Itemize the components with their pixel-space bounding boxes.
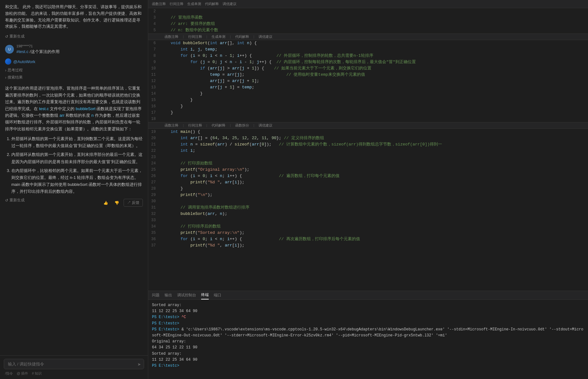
right-panel: 函数注释 行间注释 生成单测 代码解释 调优建议 2 3 // 冒泡排序函数 4… (148, 0, 588, 379)
thumbdown-icon: 👎 (114, 201, 119, 205)
code-line-37: 37 printf("%d ", arr[i]); (148, 242, 588, 249)
inline-tb2-opt[interactable]: 调优建议 (259, 123, 272, 128)
list-item-2: 内层循环从数组的第一个元素开始，直到末排序部分的最后一个元素。这是因为内层循环的… (11, 151, 143, 165)
user-text: #test.c /这个算法的作用 (16, 49, 143, 55)
inline-tb2-explain[interactable]: 代码解释 (212, 123, 225, 128)
inline-tb2-sep1: | (182, 124, 184, 127)
param-n: n (91, 113, 94, 118)
input-hints: /指令 @ 插件 # 知识 (4, 371, 144, 376)
inline-tb2-sep3: | (229, 124, 231, 127)
code-line-11: 11 temp = arr[j]; // 使用临时变量temp来交换两个元素的值 (148, 72, 588, 78)
tab-ports[interactable]: 端口 (214, 291, 221, 299)
autowork-icon (5, 58, 11, 65)
inline-tb2-func[interactable]: 函数注释 (165, 123, 178, 128)
inline-tb-sep2: | (206, 35, 208, 39)
thumbup-button[interactable]: 👍 (102, 200, 110, 206)
inline-tb-line[interactable]: 行间注释 (188, 34, 202, 39)
hint-knowledge[interactable]: # 知识 (32, 371, 42, 376)
code-line-21: 21 int n = sizeof(arr) / sizeof(arr[0]);… (148, 141, 588, 148)
search-results-button[interactable]: › 搜索结果 (5, 74, 23, 81)
inline-tb-func[interactable]: 函数注释 (165, 34, 178, 39)
code-line-34: 34 // 打印排序后的数组 (148, 223, 588, 230)
list-item-1: 外层循环从数组的第一个元素开始，直到倒数第二个元素。这是因为每经过一轮排序，数组… (11, 135, 143, 149)
code-line-36: 36 for (i = 0; i < n; i++) { // 再次遍历数组，打… (148, 236, 588, 242)
inline-toolbar-1: 函数注释 | 行间注释 | 生成单测 | 代码解释 | 调优建议 (148, 33, 588, 40)
chat-area: 和交流。 此外，我还可以陪伴用户聊天、分享笑话、讲故事等，提供娱乐和放松的功能。… (0, 0, 148, 355)
terminal-tabs: 问题 输出 调试控制台 终端 端口 (148, 291, 588, 300)
terminal-area: 问题 输出 调试控制台 终端 端口 Sorted array: 11 12 22… (148, 291, 588, 379)
code-line-29: 29 printf("\n"); (148, 192, 588, 198)
code-line-19: 19 int main() { (148, 129, 588, 135)
user-message-suffix: /这个算法的作用 (30, 49, 60, 54)
toolbar-line-comment[interactable]: 行间注释 (170, 1, 183, 7)
term-line-10: 11 12 22 25 34 64 90 (152, 357, 584, 363)
think-process-button[interactable]: › 思考过程 (5, 67, 23, 74)
code-line-16: 16 } (148, 103, 588, 110)
thumbdown-button[interactable]: 👎 (113, 200, 121, 206)
code-line-18: 18 (148, 116, 588, 122)
toolbar-optimize[interactable]: 调优建议 (223, 1, 236, 7)
hint-plugin[interactable]: @ 插件 (17, 371, 28, 376)
chat-input[interactable] (4, 359, 144, 369)
tab-terminal[interactable]: 终端 (201, 291, 209, 299)
user-message-content: 198*****71 #test.c /这个算法的作用 (16, 44, 143, 55)
send-icon[interactable]: ➤ (137, 362, 141, 366)
tab-output[interactable]: 输出 (165, 291, 172, 299)
term-line-3: PS E:\testc> ^C (152, 314, 584, 320)
editor-area: 2 3 // 冒泡排序函数 4 // arr: 要排序的数组 5 // n: 数… (148, 8, 588, 291)
chevron-right-icon-2: › (5, 75, 6, 80)
toolbar-code-explain[interactable]: 代码解释 (205, 1, 219, 7)
inline-tb2-sep2: | (206, 124, 208, 127)
toolbar-func-comment[interactable]: 函数注释 (152, 1, 166, 7)
response-text-1: 这个算法的作用是进行冒泡排序。冒泡排序是一种简单的排序算法，它重复遍历要排序的数… (5, 85, 143, 132)
inline-toolbar-2: 函数注释 | 行间注释 | 代码解释 | 函数拆分 | 调优建议 (148, 122, 588, 129)
code-line-22: 22 int i; (148, 148, 588, 154)
term-line-2: 11 12 22 25 34 64 90 (152, 308, 584, 314)
left-panel: 和交流。 此外，我还可以陪伴用户聊天、分享笑话、讲故事等，提供娱乐和放松的功能。… (0, 0, 148, 379)
code-line-5: 5 // n: 数组中的元素个数 (148, 27, 588, 33)
autowork-header: @AutoWork (5, 58, 143, 65)
code-line-30: 30 (148, 198, 588, 204)
toolbar-gen-test[interactable]: 生成单测 (187, 1, 201, 7)
inline-tb-single[interactable]: 生成单测 (212, 34, 225, 39)
regenerate-button-2[interactable]: ↺ 重新生成 (5, 198, 25, 203)
user-message-block: U 198*****71 #test.c /这个算法的作用 (5, 44, 143, 55)
code-line-31: 31 // 调用冒泡排序函数对数组进行排序 (148, 204, 588, 211)
code-line-7: 7 int i, j, temp; (148, 46, 588, 53)
func-ref: bubbleSort (76, 106, 96, 111)
inline-tb2-split[interactable]: 函数拆分 (235, 123, 249, 128)
autowork-label: @AutoWork (13, 59, 35, 64)
regenerate-button-1[interactable]: ↺ 重新生成 (5, 34, 25, 39)
code-line-24: 24 // 打印原始数组 (148, 160, 588, 167)
code-container[interactable]: 2 3 // 冒泡排序函数 4 // arr: 要排序的数组 5 // n: 数… (148, 8, 588, 291)
code-line-3: 3 // 冒泡排序函数 (148, 15, 588, 21)
code-line-8: 8 for (i = 0; i < n - 1; i++) { // 外层循环，… (148, 53, 588, 59)
hint-cmd[interactable]: /指令 (5, 371, 13, 376)
code-line-23: 23 (148, 154, 588, 160)
terminal-content[interactable]: Sorted array: 11 12 22 25 34 64 90 PS E:… (148, 300, 588, 379)
term-line-9: Sorted array: (152, 351, 584, 357)
inline-tb-explain[interactable]: 代码解释 (235, 34, 249, 39)
code-line-35: 35 printf("Sorted array:\n"); (148, 230, 588, 236)
tab-debug[interactable]: 调试控制台 (177, 291, 196, 299)
param-arr: arr (60, 113, 65, 118)
feedback-button[interactable]: ↗ 反馈 (124, 199, 143, 207)
thumbup-icon: 👍 (103, 201, 108, 205)
user-id: 198*****71 (16, 44, 143, 48)
inline-tb-sep3: | (229, 35, 231, 39)
file-ref: test.c (39, 106, 49, 111)
inline-tb2-line[interactable]: 行间注释 (188, 123, 202, 128)
code-line-12: 12 arr[j] = arr[j + 1]; (148, 78, 588, 84)
file-mention: #test.c (16, 49, 28, 54)
code-line-25: 25 printf("Original array:\n"); (148, 167, 588, 173)
term-line-5: PS E:\testc> & 'c:\Users\19867\.vscode\e… (152, 327, 584, 339)
refresh-icon-2: ↺ (5, 198, 8, 203)
inline-tb-opt[interactable]: 调优建议 (259, 34, 272, 39)
input-wrapper: ➤ (4, 359, 144, 369)
refresh-icon: ↺ (5, 34, 8, 39)
inline-tb-sep4: | (253, 35, 255, 39)
main-func-ref: main (11, 182, 20, 187)
term-line-8: 64 34 25 12 22 11 90 (152, 345, 584, 351)
tab-issues[interactable]: 问题 (152, 291, 160, 299)
term-line-7: Original array: (152, 339, 584, 345)
